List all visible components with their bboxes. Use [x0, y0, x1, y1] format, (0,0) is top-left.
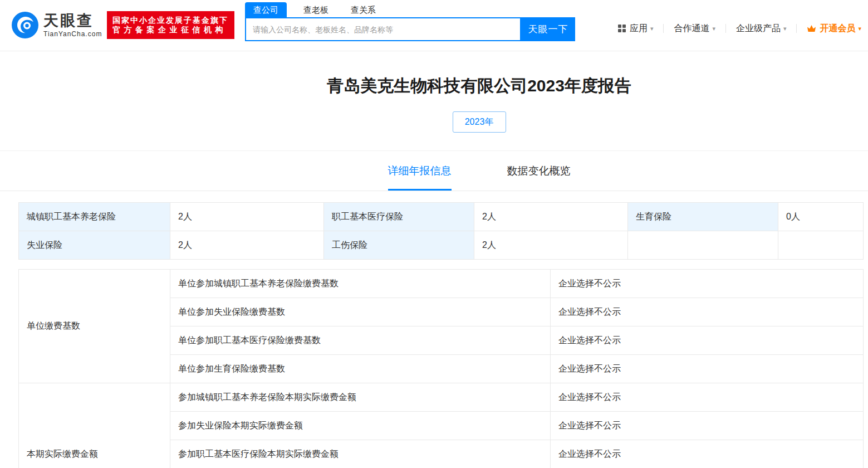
tab-annual-report-detail[interactable]: 详细年报信息: [388, 151, 452, 191]
tab-annual-report-detail-label: 详细年报信息: [388, 164, 452, 178]
table-row: 本期实际缴费金额 参加城镇职工基本养老保险本期实际缴费金额 企业选择不公示: [19, 383, 864, 412]
report-page: 青岛美克生物科技有限公司2023年度报告 2023年 详细年报信息 数据变化概览…: [0, 51, 868, 468]
detail-item-cell: 单位参加失业保险缴费基数: [170, 298, 551, 326]
insurance-label-cell: 失业保险: [19, 231, 170, 260]
crown-icon: [807, 25, 816, 33]
nav-partner-channel[interactable]: 合作通道 ▾: [674, 23, 715, 35]
brand-name: 天眼查: [43, 12, 102, 29]
detail-item-cell: 单位参加职工基本医疗保险缴费基数: [170, 326, 551, 355]
detail-item-cell: 参加失业保险本期实际缴费金额: [170, 412, 551, 440]
nav-divider: [725, 24, 726, 33]
insurance-value-cell: 2人: [474, 231, 628, 260]
report-tabs-bar: 详细年报信息 数据变化概览: [0, 150, 868, 191]
nav-vip-label: 开通会员: [820, 23, 855, 35]
nav-apps[interactable]: 应用 ▾: [618, 23, 654, 35]
badge-line1: 国家中小企业发展子基金旗下: [112, 16, 229, 25]
insurance-summary-table: 城镇职工基本养老保险 2人 职工基本医疗保险 2人 生育保险 0人 失业保险 2…: [18, 202, 864, 260]
year-selector: 2023年: [45, 111, 868, 133]
detail-value-cell: 企业选择不公示: [551, 326, 864, 355]
payment-detail-table: 单位缴费基数 单位参加城镇职工基本养老保险缴费基数 企业选择不公示 单位参加失业…: [18, 269, 864, 468]
detail-group-cell: 单位缴费基数: [19, 270, 170, 383]
nav-open-membership[interactable]: 开通会员 ▾: [807, 23, 861, 35]
insurance-value-cell: 2人: [170, 231, 324, 260]
insurance-empty-cell: [778, 231, 864, 260]
tianyancha-logo-icon: [11, 11, 39, 39]
nav-enterprise-label: 企业级产品: [736, 23, 781, 35]
credential-badge: 国家中小企业发展子基金旗下 官方备案企业征信机构: [107, 11, 234, 39]
insurance-label-cell: 职工基本医疗保险: [324, 203, 474, 231]
detail-item-cell: 参加城镇职工基本养老保险本期实际缴费金额: [170, 383, 551, 412]
detail-value-cell: 企业选择不公示: [551, 270, 864, 298]
detail-group-cell: 本期实际缴费金额: [19, 383, 170, 468]
search-button[interactable]: 天眼一下: [521, 17, 575, 41]
insurance-value-cell: 2人: [474, 203, 628, 231]
tab-data-change-overview[interactable]: 数据变化概览: [507, 151, 571, 191]
page-title: 青岛美克生物科技有限公司2023年度报告: [45, 51, 868, 97]
insurance-label-cell: 生育保险: [628, 203, 778, 231]
table-row: 失业保险 2人 工伤保险 2人: [19, 231, 864, 260]
nav-apps-label: 应用: [630, 23, 648, 35]
tab-data-change-overview-label: 数据变化概览: [507, 164, 571, 178]
insurance-value-cell: 2人: [170, 203, 324, 231]
logo-text: 天眼查 TianYanCha.com: [43, 12, 102, 38]
apps-grid-icon: [618, 25, 626, 32]
tianyancha-logo[interactable]: 天眼查 TianYanCha.com: [11, 11, 102, 39]
detail-value-cell: 企业选择不公示: [551, 355, 864, 383]
detail-value-cell: 企业选择不公示: [551, 298, 864, 326]
active-tab-underline: [388, 189, 452, 191]
insurance-label-cell: 城镇职工基本养老保险: [19, 203, 170, 231]
table-row: 单位缴费基数 单位参加城镇职工基本养老保险缴费基数 企业选择不公示: [19, 270, 864, 298]
search-tab-boss[interactable]: 查老板: [298, 2, 334, 17]
detail-item-cell: 单位参加生育保险缴费基数: [170, 355, 551, 383]
top-nav: 应用 ▾ 合作通道 ▾ 企业级产品 ▾ 开通会员 ▾: [618, 20, 861, 37]
search-area: 查公司 查老板 查关系 天眼一下: [245, 2, 575, 41]
detail-value-cell: 企业选择不公示: [551, 412, 864, 440]
detail-value-cell: 企业选择不公示: [551, 440, 864, 468]
insurance-value-cell: 0人: [778, 203, 864, 231]
chevron-down-icon: ▾: [783, 25, 787, 32]
search-tab-company[interactable]: 查公司: [245, 2, 287, 17]
year-button[interactable]: 2023年: [453, 111, 506, 133]
insurance-label-cell: 工伤保险: [324, 231, 474, 260]
detail-value-cell: 企业选择不公示: [551, 383, 864, 412]
search-input[interactable]: [245, 17, 521, 41]
chevron-down-icon: ▾: [858, 25, 861, 32]
table-row: 城镇职工基本养老保险 2人 职工基本医疗保险 2人 生育保险 0人: [19, 203, 864, 231]
badge-line2: 官方备案企业征信机构: [112, 25, 229, 35]
header: 天眼查 TianYanCha.com 国家中小企业发展子基金旗下 官方备案企业征…: [0, 0, 868, 51]
insurance-empty-cell: [628, 231, 778, 260]
brand-domain: TianYanCha.com: [43, 30, 102, 38]
nav-enterprise-products[interactable]: 企业级产品 ▾: [736, 23, 787, 35]
report-tables: 城镇职工基本养老保险 2人 职工基本医疗保险 2人 生育保险 0人 失业保险 2…: [0, 191, 868, 468]
chevron-down-icon: ▾: [712, 25, 715, 32]
nav-divider: [796, 24, 797, 33]
detail-item-cell: 单位参加城镇职工基本养老保险缴费基数: [170, 270, 551, 298]
nav-partner-label: 合作通道: [674, 23, 709, 35]
nav-divider: [663, 24, 664, 33]
detail-item-cell: 参加职工基本医疗保险本期实际缴费金额: [170, 440, 551, 468]
chevron-down-icon: ▾: [650, 25, 654, 32]
search-tab-relation[interactable]: 查关系: [345, 2, 381, 17]
search-tabs: 查公司 查老板 查关系: [245, 2, 575, 17]
